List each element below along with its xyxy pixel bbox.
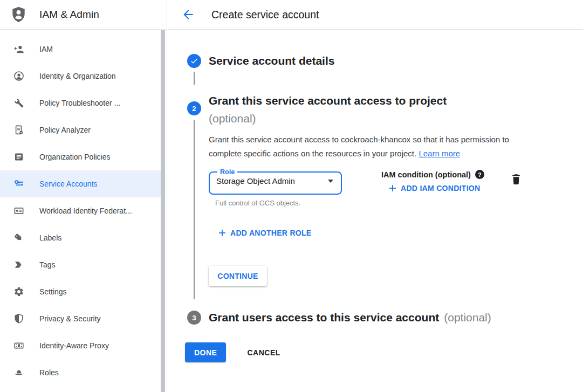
sidebar-nav: IAM Identity & Organization Policy Troub…: [0, 30, 161, 386]
step-1-rail: [187, 54, 201, 87]
iam-admin-shield-icon: [11, 6, 26, 23]
sidebar-item-tags[interactable]: Tags: [0, 251, 161, 278]
gear-icon: [13, 286, 24, 297]
shield-icon: [13, 313, 24, 324]
role-helper-text: Full control of GCS objects.: [209, 199, 342, 207]
step-2-title: Grant this service account access to pro…: [209, 92, 532, 127]
sidebar-scrollbar[interactable]: [161, 30, 165, 392]
stepper-connector: [194, 72, 195, 85]
plus-icon: [389, 185, 396, 191]
policy-analyzer-icon: [13, 125, 24, 135]
back-arrow-icon[interactable]: [181, 8, 195, 22]
service-accounts-icon: [13, 178, 24, 189]
sidebar-item-policy-troubleshooter[interactable]: Policy Troubleshooter ...: [0, 90, 161, 116]
step-1-title: Service account details: [209, 54, 334, 68]
role-field-label: Role: [217, 168, 237, 176]
step-2-number-badge: 2: [187, 101, 201, 115]
iam-condition-block: IAM condition (optional) ? ADD IAM CONDI…: [381, 168, 484, 192]
tag-icon: [13, 259, 24, 270]
sidebar-item-organization-policies[interactable]: Organization Policies: [0, 143, 161, 170]
step-3-number-badge: 3: [187, 311, 201, 325]
role-row: Role Storage Object Admin Full control o…: [209, 168, 532, 207]
done-button[interactable]: DONE: [185, 342, 226, 362]
person-add-icon: [13, 44, 24, 54]
step-3-grant-users-access: 3 Grant users access to this service acc…: [187, 311, 583, 325]
step-2-grant-access: 2 Grant this service account access to p…: [187, 92, 583, 299]
step-1-completed-check-icon: [187, 54, 201, 68]
hat-icon: [13, 367, 24, 378]
stepper-connector: [194, 120, 195, 299]
step-3-title: Grant users access to this service accou…: [209, 311, 439, 325]
step-2-rail: 2: [187, 92, 201, 299]
role-selected-value: Storage Object Admin: [216, 176, 295, 185]
org-policies-icon: [13, 152, 24, 162]
page-title: Create service account: [211, 9, 319, 21]
wrench-icon: [13, 98, 24, 108]
sidebar-item-policy-analyzer[interactable]: Policy Analyzer: [0, 116, 161, 143]
sidebar-item-privacy-security[interactable]: Privacy & Security: [0, 305, 161, 332]
chevron-down-icon: [328, 180, 333, 183]
label-icon: [13, 232, 24, 243]
role-select[interactable]: Role Storage Object Admin: [209, 168, 342, 195]
sidebar-item-workload-identity-federat[interactable]: Workload Identity Federat...: [0, 197, 161, 224]
continue-button[interactable]: CONTINUE: [209, 266, 267, 286]
step-3-optional-label: (optional): [444, 311, 491, 325]
delete-role-trash-icon[interactable]: [511, 174, 522, 185]
page-header: Create service account: [168, 0, 583, 30]
identity-icon: [13, 71, 24, 81]
sidebar-item-labels[interactable]: Labels: [0, 224, 161, 251]
sidebar-item-identity-organization[interactable]: Identity & Organization: [0, 63, 161, 90]
step-1-service-account-details: Service account details: [187, 54, 583, 87]
step-2-optional-label: (optional): [209, 109, 532, 127]
iam-condition-label: IAM condition (optional): [381, 170, 471, 179]
step-3-rail: 3: [187, 311, 201, 325]
sidebar-item-identity-aware-proxy[interactable]: Identity-Aware Proxy: [0, 332, 161, 359]
sidebar-header: IAM & Admin: [0, 0, 167, 30]
learn-more-link[interactable]: Learn more: [419, 149, 460, 158]
add-iam-condition-button[interactable]: ADD IAM CONDITION: [389, 184, 480, 192]
stepper-content: Service account details 2 Grant this ser…: [168, 30, 583, 362]
workload-identity-icon: [13, 205, 24, 216]
sidebar-item-roles[interactable]: Roles: [0, 359, 161, 386]
main-panel: Create service account Service account d…: [168, 0, 583, 392]
sidebar: IAM & Admin IAM Identity & Organization …: [0, 0, 167, 392]
step-2-description: Grant this service account access to coc…: [209, 133, 522, 161]
sidebar-item-service-accounts[interactable]: Service Accounts: [0, 170, 161, 197]
add-another-role-button[interactable]: ADD ANOTHER ROLE: [219, 229, 312, 237]
sidebar-item-settings[interactable]: Settings: [0, 278, 161, 305]
cancel-button[interactable]: CANCEL: [244, 348, 283, 357]
sidebar-item-iam[interactable]: IAM: [0, 36, 161, 63]
help-icon[interactable]: ?: [475, 170, 484, 179]
form-actions: DONE CANCEL: [185, 342, 583, 362]
product-title: IAM & Admin: [39, 9, 99, 20]
iap-icon: [13, 340, 24, 351]
plus-icon: [219, 230, 225, 236]
